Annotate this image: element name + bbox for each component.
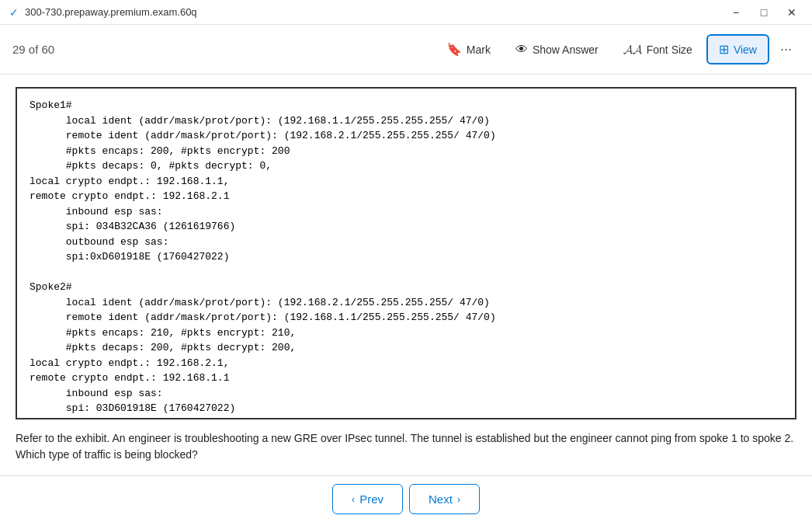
close-button[interactable]: ✕ bbox=[781, 3, 803, 22]
bottom-nav: ‹ Prev Next › bbox=[0, 475, 812, 522]
prev-button[interactable]: ‹ Prev bbox=[332, 484, 403, 514]
more-options-button[interactable]: ··· bbox=[772, 35, 800, 64]
bookmark-icon: 🔖 bbox=[446, 42, 462, 57]
view-icon: ⊞ bbox=[719, 42, 729, 57]
view-label: View bbox=[734, 44, 757, 56]
view-button[interactable]: ⊞ View bbox=[706, 34, 769, 64]
toolbar-actions: 🔖 Mark 👁 Show Answer 𝓐𝓐 Font Size ⊞ View… bbox=[435, 34, 800, 64]
window-title: 300-730.prepaway.premium.exam.60q bbox=[25, 6, 197, 18]
eye-icon: 👁 bbox=[515, 43, 528, 57]
show-answer-label: Show Answer bbox=[533, 44, 599, 56]
title-bar-controls: − □ ✕ bbox=[725, 3, 803, 22]
font-size-button[interactable]: 𝓐𝓐 Font Size bbox=[612, 37, 703, 63]
next-label: Next bbox=[429, 492, 453, 506]
exhibit-box: Spoke1# local ident (addr/mask/prot/port… bbox=[16, 87, 796, 419]
title-bar-left: ✓ 300-730.prepaway.premium.exam.60q bbox=[9, 6, 197, 19]
check-icon: ✓ bbox=[9, 6, 19, 19]
show-answer-button[interactable]: 👁 Show Answer bbox=[505, 37, 609, 63]
prev-label: Prev bbox=[359, 492, 383, 506]
minimize-button[interactable]: − bbox=[725, 3, 747, 22]
next-arrow-icon: › bbox=[457, 493, 460, 505]
title-bar: ✓ 300-730.prepaway.premium.exam.60q − □ … bbox=[0, 0, 812, 25]
mark-button[interactable]: 🔖 Mark bbox=[435, 36, 501, 63]
next-button[interactable]: Next › bbox=[409, 484, 480, 514]
mark-label: Mark bbox=[467, 44, 491, 56]
font-size-label: Font Size bbox=[647, 44, 692, 56]
prev-arrow-icon: ‹ bbox=[352, 493, 355, 505]
main-content: Spoke1# local ident (addr/mask/prot/port… bbox=[0, 75, 812, 475]
question-text: Refer to the exhibit. An engineer is tro… bbox=[16, 430, 796, 463]
toolbar: 29 of 60 🔖 Mark 👁 Show Answer 𝓐𝓐 Font Si… bbox=[0, 25, 812, 75]
maximize-button[interactable]: □ bbox=[753, 3, 775, 22]
font-icon: 𝓐𝓐 bbox=[623, 43, 642, 57]
progress-indicator: 29 of 60 bbox=[12, 43, 54, 56]
